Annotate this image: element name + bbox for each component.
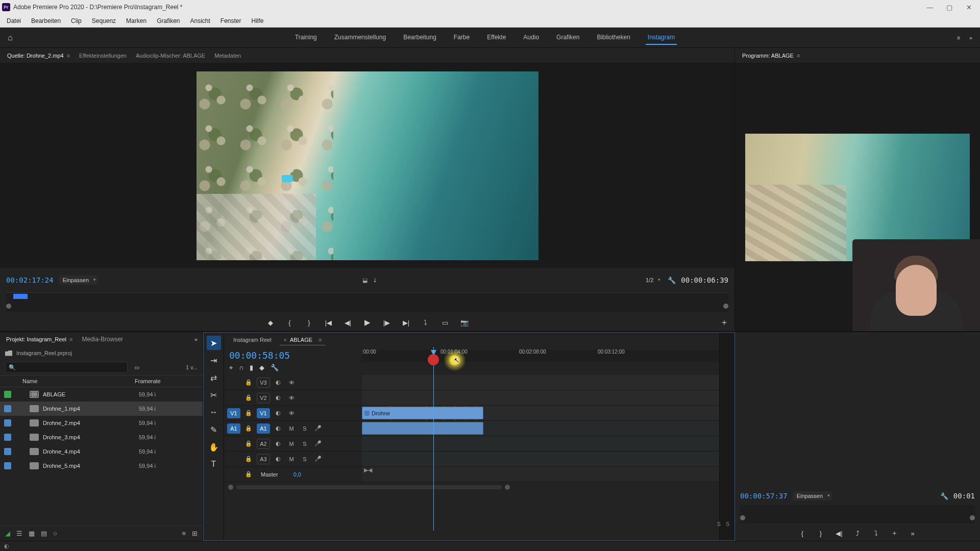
- menu-fenster[interactable]: Fenster: [216, 16, 246, 26]
- track-toggle-icon[interactable]: ◐: [273, 378, 283, 388]
- track-lock-icon[interactable]: 🔒: [243, 393, 254, 403]
- type-tool-icon[interactable]: T: [207, 457, 221, 471]
- linked-selection-icon[interactable]: ∩: [239, 364, 243, 372]
- track-visibility-icon[interactable]: 👁: [286, 378, 297, 388]
- workspace-tab-audio[interactable]: Audio: [521, 31, 541, 45]
- export-frame-icon[interactable]: ⤓: [373, 277, 377, 284]
- hand-tool-icon[interactable]: ✋: [207, 440, 221, 454]
- timeline-settings-icon[interactable]: 🔧: [271, 364, 279, 372]
- close-button[interactable]: ✕: [960, 1, 978, 13]
- freeform-view-icon[interactable]: ▤: [41, 530, 47, 537]
- workspace-tab-effekte[interactable]: Effekte: [485, 31, 508, 45]
- prog-more-icon[interactable]: »: [906, 527, 919, 539]
- voiceover-icon[interactable]: 🎤: [313, 423, 323, 434]
- track-lock-icon[interactable]: 🔒: [243, 378, 254, 388]
- prog-lift-icon[interactable]: ⤴: [851, 527, 864, 539]
- play-button[interactable]: ▶: [361, 316, 374, 329]
- source-zoom-select[interactable]: Einpassen: [59, 276, 98, 285]
- prog-mark-in-icon[interactable]: {: [796, 527, 808, 539]
- col-name[interactable]: Name: [22, 378, 135, 384]
- go-to-out-icon[interactable]: ▶|: [400, 316, 412, 329]
- program-zoom-select[interactable]: Einpassen: [793, 491, 832, 500]
- prog-step-back-icon[interactable]: ◀|: [833, 527, 845, 539]
- icon-view-icon[interactable]: ▦: [29, 530, 35, 537]
- step-back-icon[interactable]: ◀|: [342, 316, 354, 329]
- video-lane-v2[interactable]: [362, 390, 719, 406]
- track-target[interactable]: A3: [257, 454, 270, 464]
- source-panel-menu-icon[interactable]: ≡: [67, 53, 70, 59]
- home-button[interactable]: ⌂: [3, 31, 17, 45]
- col-framerate[interactable]: Framerate: [135, 378, 176, 384]
- track-toggle-icon[interactable]: ◐: [273, 408, 283, 418]
- track-lock-icon[interactable]: 🔒: [243, 454, 254, 464]
- track-target[interactable]: A1: [257, 423, 270, 434]
- program-timecode[interactable]: 00:00:57:37: [740, 492, 788, 500]
- track-lock-icon[interactable]: 🔒: [243, 439, 254, 449]
- source-tab-3[interactable]: Metadaten: [213, 51, 242, 61]
- track-target[interactable]: V3: [257, 378, 270, 388]
- voiceover-icon[interactable]: 🎤: [313, 454, 323, 464]
- program-monitor[interactable]: [735, 63, 980, 331]
- workspace-tab-farbe[interactable]: Farbe: [452, 31, 472, 45]
- source-tab-1[interactable]: Effekteinstellungen: [78, 51, 128, 61]
- workspace-tab-instagram[interactable]: Instagram: [646, 31, 677, 45]
- track-target[interactable]: V1: [257, 408, 270, 418]
- maximize-button[interactable]: ▢: [940, 1, 959, 13]
- footer-label-icon[interactable]: ◢: [5, 530, 10, 537]
- source-tab-2[interactable]: Audioclip-Mischer: ABLAGE: [135, 51, 206, 61]
- track-toggle-icon[interactable]: ◐: [273, 439, 283, 449]
- audio-lane-a2[interactable]: [362, 436, 719, 452]
- project-panel-menu-icon[interactable]: ≡: [69, 336, 72, 342]
- timeline-panel-menu-icon[interactable]: ≡: [318, 337, 322, 343]
- track-toggle-icon[interactable]: ◐: [273, 393, 283, 403]
- mute-button[interactable]: M: [286, 439, 297, 449]
- workspace-tab-zusammenstellung[interactable]: Zusammenstellung: [332, 31, 388, 45]
- asset-row[interactable]: Drohne_2.mp459,94 i: [0, 416, 203, 430]
- media-browser-tab[interactable]: Media-Browser: [81, 334, 124, 345]
- sequence-tab[interactable]: Instagram Reel: [229, 335, 276, 345]
- source-tab-0[interactable]: Quelle: Drohne_2.mp4≡: [6, 51, 71, 61]
- snap-icon[interactable]: ⌖: [229, 364, 233, 372]
- asset-row[interactable]: ABLAGE59,94 i: [0, 387, 203, 402]
- video-lane-v3[interactable]: [362, 375, 719, 390]
- program-panel-menu-icon[interactable]: ≡: [797, 53, 800, 59]
- step-forward-icon[interactable]: |▶: [381, 316, 393, 329]
- audio-lane-a1[interactable]: [362, 421, 719, 436]
- asset-row[interactable]: Drohne_4.mp459,94 i: [0, 444, 203, 459]
- menu-grafiken[interactable]: Grafiken: [152, 16, 184, 26]
- sort-icon[interactable]: ≡: [182, 530, 186, 537]
- solo-button[interactable]: S: [300, 423, 310, 434]
- audio-clip[interactable]: [362, 422, 483, 435]
- pen-tool-icon[interactable]: ✎: [207, 422, 221, 437]
- insert-overwrite-icon[interactable]: ⬓: [362, 277, 368, 284]
- prog-mark-out-icon[interactable]: }: [815, 527, 827, 539]
- menu-bearbeiten[interactable]: Bearbeiten: [27, 16, 65, 26]
- mute-button[interactable]: M: [286, 454, 297, 464]
- add-marker-icon[interactable]: ◆: [264, 316, 277, 329]
- source-resolution-select[interactable]: 1/2: [642, 276, 663, 285]
- asset-row[interactable]: Drohne_5.mp459,94 i: [0, 459, 203, 473]
- panel-expand-icon[interactable]: »: [194, 336, 198, 342]
- add-transport-button[interactable]: ＋: [720, 317, 728, 328]
- add-marker-icon[interactable]: ▮: [250, 364, 253, 372]
- play-around-icon[interactable]: ▶◀: [364, 467, 372, 473]
- track-target[interactable]: V2: [257, 393, 270, 403]
- go-to-in-icon[interactable]: |◀: [323, 316, 335, 329]
- asset-row[interactable]: Drohne_3.mp459,94 i: [0, 430, 203, 444]
- ripple-tool-icon[interactable]: ⇄: [207, 370, 221, 385]
- mark-in-icon[interactable]: {: [284, 316, 296, 329]
- workspace-tab-grafiken[interactable]: Grafiken: [554, 31, 581, 45]
- source-monitor[interactable]: [0, 63, 734, 268]
- auto-scale-icon[interactable]: ⊞: [192, 530, 198, 537]
- menu-clip[interactable]: Clip: [66, 16, 86, 26]
- timeline-timecode[interactable]: 00:00:58:05: [229, 350, 357, 361]
- workspace-tab-bearbeitung[interactable]: Bearbeitung: [401, 31, 438, 45]
- source-patch[interactable]: V1: [227, 408, 240, 418]
- audio-lane-a3[interactable]: [362, 452, 719, 467]
- prog-add-icon[interactable]: ＋: [888, 527, 900, 539]
- insert-icon[interactable]: ⤵: [420, 316, 432, 329]
- solo-button[interactable]: S: [300, 454, 310, 464]
- menu-ansicht[interactable]: Ansicht: [185, 16, 214, 26]
- source-time-ruler[interactable]: [6, 292, 728, 302]
- project-tab[interactable]: Projekt: Instagram_Reel ≡: [5, 334, 74, 344]
